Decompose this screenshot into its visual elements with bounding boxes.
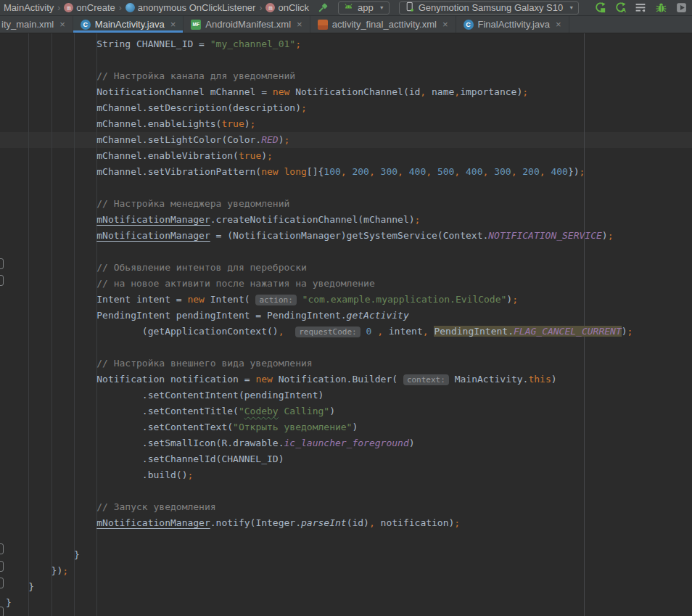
code-line[interactable]: (getApplicationContext(), requestCode: 0… [6, 324, 633, 340]
close-tab-icon[interactable]: × [170, 19, 176, 30]
tab-androidmanifest-xml[interactable]: MFAndroidManifest.xml× [184, 16, 310, 33]
code-line[interactable]: mChannel.setVibrationPattern(new long[]{… [6, 164, 633, 180]
code-token: RED [261, 134, 278, 145]
close-tab-icon[interactable]: × [59, 19, 65, 30]
code-token: .setContentTitle( [6, 406, 239, 416]
code-token [6, 230, 96, 241]
code-line[interactable]: mChannel.setDescription(description); [6, 100, 633, 116]
tab-finalacttivity-java[interactable]: CFinalActtivity.java× [456, 16, 569, 33]
close-tab-icon[interactable]: × [442, 19, 448, 30]
code-token: ; [522, 86, 528, 97]
code-line[interactable]: Notification notification = new Notifica… [6, 371, 633, 387]
code-line[interactable]: mNotificationManager.notify(Integer.pars… [6, 515, 633, 531]
code-line[interactable]: mNotificationManager = (NotificationMana… [6, 228, 633, 244]
device-select[interactable]: Genymotion Samsung Galaxy S10 ▼ [399, 1, 579, 15]
code-line[interactable]: NotificationChannel mChannel = new Notif… [6, 84, 633, 100]
code-token [488, 166, 494, 177]
code-line[interactable] [6, 483, 633, 499]
debug-icon[interactable] [655, 1, 667, 14]
code-line[interactable]: .setContentText("Открыть уведомление") [6, 419, 633, 435]
code-token: }) [568, 166, 580, 177]
close-tab-icon[interactable]: × [297, 19, 302, 30]
code-line[interactable]: }); [6, 563, 633, 579]
code-token: , [279, 326, 284, 337]
code-token: Notification.Builder( [273, 374, 403, 385]
apply-code-changes-icon[interactable]: A [614, 1, 627, 14]
breadcrumbs: MainActivity›monCreate›anonymous OnClick… [0, 2, 311, 13]
run-configuration-label: app [358, 2, 374, 13]
tab-activity-final-acttivity-xml[interactable]: activity_final_acttivity.xml× [310, 16, 456, 33]
code-line[interactable]: .build(); [6, 467, 633, 483]
method-icon: m [265, 3, 275, 12]
code-token: name [426, 86, 454, 97]
breadcrumb-mainactivity[interactable]: MainActivity [1, 2, 56, 13]
code-line[interactable]: mChannel.setLightColor(Color.RED); [6, 132, 633, 148]
code-line[interactable]: .setContentTitle("Codeby Calling") [6, 403, 633, 419]
code-line[interactable]: String CHANNEL_ID = "my_channel_01"; [6, 36, 633, 52]
fold-marker[interactable] [0, 543, 4, 554]
code-line[interactable]: mNotificationManager.createNotificationC… [6, 212, 633, 228]
code-token [6, 517, 96, 528]
device-label: Genymotion Samsung Galaxy S10 [419, 2, 563, 13]
code-line[interactable]: // Настройка менеджера уведомлений [6, 196, 633, 212]
code-line[interactable]: Intent intent = new Intent( action: "com… [6, 292, 633, 308]
code-token: , [341, 166, 347, 177]
code-line[interactable]: // Настройка внешнего вида уведомления [6, 356, 633, 371]
code-token: true [239, 150, 261, 161]
code-line[interactable]: // Обьявление интентов для переброски [6, 260, 633, 276]
tab-mainactivity-java[interactable]: CMainActivity.java× [73, 16, 184, 33]
code-line[interactable]: } [6, 595, 633, 611]
code-line[interactable] [6, 52, 633, 68]
code-line[interactable] [6, 180, 633, 196]
code-token: ) [329, 406, 335, 416]
code-token: 400 [551, 166, 567, 177]
code-line[interactable]: .setSmallIcon(R.drawable.ic_launcher_for… [6, 435, 633, 451]
fold-marker[interactable] [0, 275, 4, 286]
code-line[interactable]: // на новое активити после нажатия на ув… [6, 276, 633, 292]
code-line[interactable]: // Запуск уведомления [6, 499, 633, 515]
code-line[interactable]: mChannel.enableLights(true); [6, 116, 633, 132]
breadcrumb-label: MainActivity [4, 2, 54, 13]
fold-marker[interactable] [0, 607, 4, 616]
code-token: }) [6, 565, 62, 576]
code-token: 500 [437, 166, 454, 177]
tab-ity-main-xml[interactable]: ity_main.xml× [0, 16, 73, 33]
code-token: mNotificationManager [96, 230, 210, 241]
profiler-icon[interactable] [675, 1, 688, 14]
code-line[interactable]: // Настройка канала для уведомлений [6, 68, 633, 84]
code-line[interactable] [6, 531, 633, 547]
code-line[interactable] [6, 340, 633, 356]
breadcrumb-oncreate[interactable]: monCreate [62, 2, 117, 13]
editor[interactable]: String CHANNEL_ID = "my_channel_01"; // … [0, 33, 692, 616]
code-token: getActivity [347, 310, 409, 321]
code-token: Notification notification = [6, 374, 255, 385]
code-line[interactable]: .setContentIntent(pendingIntent) [6, 387, 633, 403]
breadcrumb-onclick[interactable]: monClick [263, 2, 311, 13]
code-line[interactable]: PendingIntent pendingIntent = PendingInt… [6, 308, 633, 324]
code-token: Intent intent = [6, 294, 187, 305]
code-token: "com.example.myapplication.EvilCode" [302, 294, 507, 305]
build-hammer-icon[interactable] [317, 2, 329, 14]
code-content[interactable]: String CHANNEL_ID = "my_channel_01"; // … [6, 36, 633, 611]
fold-marker[interactable] [0, 561, 4, 572]
code-line[interactable]: } [6, 579, 633, 595]
breadcrumb-anonymous-onclicklistener[interactable]: anonymous OnClickListener [123, 2, 258, 13]
code-line[interactable]: .setChannelId(CHANNEL_ID) [6, 451, 633, 467]
code-line[interactable]: } [6, 547, 633, 563]
fold-marker[interactable] [0, 578, 4, 588]
code-token: , [423, 326, 429, 337]
close-tab-icon[interactable]: × [556, 19, 561, 30]
code-token: 200 [522, 166, 539, 177]
code-token: } [6, 549, 80, 560]
fold-marker[interactable] [0, 258, 4, 269]
code-line[interactable] [6, 244, 633, 260]
code-token: Codeby [244, 406, 279, 416]
code-token: .notify(Integer. [210, 517, 301, 528]
code-token: , [369, 166, 375, 177]
event-log-icon[interactable] [635, 1, 647, 14]
run-configuration-select[interactable]: app ▼ [338, 1, 390, 15]
code-token: ; [512, 294, 518, 305]
chevron-right-icon: › [258, 3, 263, 13]
code-line[interactable]: mChannel.enableVibration(true); [6, 148, 633, 164]
apply-changes-restart-icon[interactable] [594, 1, 606, 14]
